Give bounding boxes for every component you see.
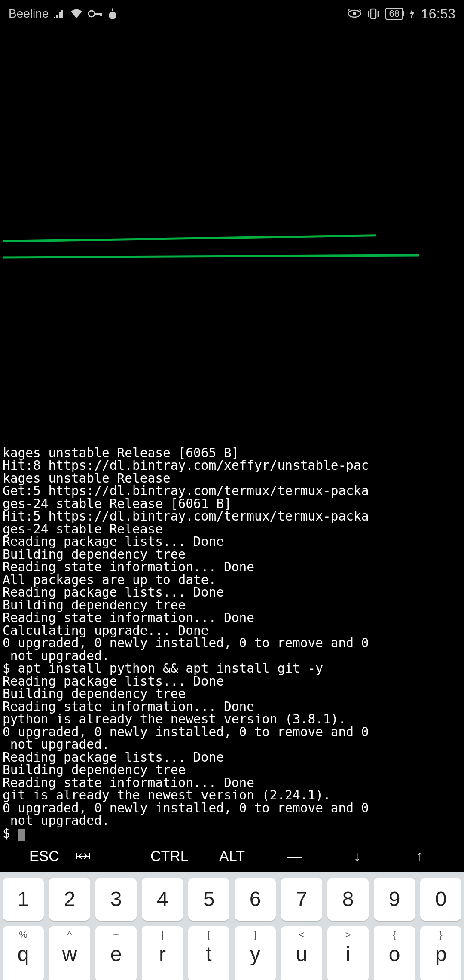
key-2[interactable]: 2	[49, 878, 90, 921]
alt-key[interactable]: ALT	[201, 848, 263, 864]
svg-line-5	[348, 9, 349, 11]
key-u[interactable]: <u	[281, 926, 322, 980]
eye-comfort-icon	[348, 9, 361, 18]
up-arrow-key[interactable]: ↑	[388, 848, 451, 864]
key-4[interactable]: 4	[142, 878, 183, 921]
key-e[interactable]: ~e	[95, 926, 137, 980]
key-o[interactable]: {o	[374, 926, 415, 980]
terminal-prompt[interactable]: $	[3, 826, 25, 841]
vibrate-icon	[367, 8, 379, 19]
termux-extra-keys: ESC CTRL ALT — ↓ ↑	[0, 841, 464, 872]
battery-icon: 68	[385, 8, 403, 20]
dash-key[interactable]: —	[263, 848, 326, 864]
charging-icon	[409, 8, 415, 19]
terminal-output[interactable]: kages unstable Release [6065 B] Hit:8 ht…	[0, 28, 464, 841]
signal-icon	[54, 9, 65, 18]
highlight-annotation	[3, 254, 419, 258]
soft-keyboard: 1 2 3 4 5 6 7 8 9 0 %q ^w ~e |r [t ]y <u…	[0, 872, 464, 980]
key-1[interactable]: 1	[3, 878, 44, 921]
down-arrow-key[interactable]: ↓	[326, 848, 389, 864]
svg-point-0	[89, 11, 95, 17]
key-w[interactable]: ^w	[49, 926, 90, 980]
key-9[interactable]: 9	[374, 878, 415, 921]
key-t[interactable]: [t	[188, 926, 229, 980]
tor-icon	[108, 8, 117, 19]
svg-point-3	[109, 12, 116, 19]
key-5[interactable]: 5	[188, 878, 229, 921]
key-3[interactable]: 3	[95, 878, 137, 921]
keyboard-row-numbers: 1 2 3 4 5 6 7 8 9 0	[3, 878, 461, 921]
svg-line-6	[360, 9, 361, 11]
vpn-key-icon	[88, 10, 103, 18]
clock-label: 16:53	[421, 6, 455, 22]
esc-key[interactable]: ESC	[13, 848, 76, 864]
key-6[interactable]: 6	[235, 878, 276, 921]
highlight-annotation	[3, 234, 376, 242]
svg-point-4	[353, 12, 356, 15]
keyboard-row-2: %q ^w ~e |r [t ]y <u >i {o }p	[3, 926, 461, 980]
svg-rect-7	[371, 9, 376, 18]
key-8[interactable]: 8	[327, 878, 369, 921]
svg-rect-2	[100, 13, 102, 16]
cursor-icon	[18, 829, 25, 841]
key-r[interactable]: |r	[142, 926, 183, 980]
carrier-label: Beeline	[9, 7, 49, 21]
status-bar: Beeline 68 16:53	[0, 0, 464, 28]
battery-percent: 68	[389, 8, 399, 19]
key-q[interactable]: %q	[3, 926, 44, 980]
key-7[interactable]: 7	[281, 878, 322, 921]
key-p[interactable]: }p	[420, 926, 461, 980]
ctrl-key[interactable]: CTRL	[138, 848, 201, 864]
key-0[interactable]: 0	[420, 878, 461, 921]
tab-key[interactable]	[76, 851, 138, 861]
key-i[interactable]: >i	[327, 926, 369, 980]
key-y[interactable]: ]y	[235, 926, 276, 980]
wifi-icon	[70, 9, 83, 19]
